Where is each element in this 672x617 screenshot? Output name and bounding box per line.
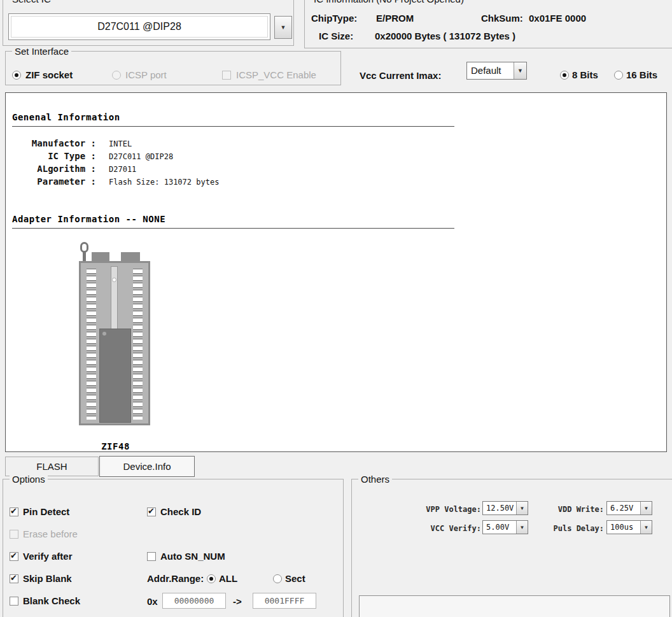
dropdown-arrow-icon: ▼ — [644, 525, 649, 530]
dropdown-arrow-icon: ▼ — [644, 506, 649, 511]
dropdown-arrow-icon: ▼ — [517, 67, 523, 74]
vcc-current-imax-value: Default — [467, 62, 514, 79]
pin-detect-checkbox[interactable] — [10, 507, 18, 516]
icsp-vcc-enable-checkbox-label: ICSP_VCC Enable — [236, 69, 316, 80]
socket-pin-column-left — [87, 269, 96, 420]
hex-prefix-label: 0x — [147, 596, 158, 607]
row-label: Parameter : — [12, 176, 96, 187]
addr-start-input[interactable] — [162, 593, 226, 609]
skip-blank-checkbox-label[interactable]: Skip Blank — [23, 573, 72, 584]
tab-device-info[interactable]: Device.Info — [99, 456, 195, 477]
row-value: D27C011 @DIP28 — [109, 152, 173, 161]
vdd-write-label: VDD Write: — [511, 505, 604, 514]
erase-before-checkbox-label: Erase before — [23, 528, 78, 539]
row-label: IC Type : — [12, 151, 96, 161]
vcc-current-imax-select[interactable]: Default ▼ — [466, 62, 527, 80]
addr-end-input[interactable] — [253, 593, 316, 609]
general-information-header: Genenal Information — [12, 112, 120, 122]
socket-type-label: ZIF48 — [73, 441, 158, 451]
row-value: INTEL — [109, 139, 132, 148]
puls-delay-label: Puls Delay: — [511, 524, 604, 533]
auto-sn-num-checkbox[interactable] — [147, 552, 156, 561]
header-divider — [12, 228, 454, 229]
addr-range-all-radio-label[interactable]: ALL — [219, 573, 237, 584]
socket-channel-notch — [112, 278, 116, 282]
select-ic-group: Select IC D27C011 @DIP28 ▼ — [3, 0, 294, 46]
vcc-verify-label: VCC Verify: — [384, 524, 481, 533]
ic-information-group: IC Information (No Project Opened) ChipT… — [304, 0, 672, 48]
others-group: Others VPP Voltage: 12.50V ▼ VDD Write: … — [351, 479, 672, 617]
8-bits-radio-label[interactable]: 8 Bits — [572, 69, 598, 80]
row-label: Manufactor : — [12, 138, 96, 148]
check-id-checkbox[interactable] — [147, 507, 156, 516]
device-info-row: ALgorithm :D27011 — [12, 163, 219, 176]
16-bits-radio[interactable] — [614, 71, 623, 80]
dropdown-arrow-icon: ▼ — [281, 24, 286, 31]
puls-delay-select[interactable]: 100us ▼ — [606, 520, 652, 534]
options-group: Options Pin Detect Check ID Erase before… — [3, 479, 344, 617]
select-ic-dropdown-button[interactable]: ▼ — [274, 16, 292, 39]
puls-delay-value: 100us — [607, 521, 640, 534]
puls-delay-dropdown-button[interactable]: ▼ — [640, 521, 652, 534]
ic-size-label: IC Size: — [319, 31, 353, 41]
vcc-current-imax-label: Vcc Current Imax: — [360, 70, 441, 81]
icsp-vcc-enable-checkbox — [222, 71, 231, 80]
select-ic-combobox[interactable]: D27C011 @DIP28 — [8, 13, 270, 40]
socket-pin-column-right — [133, 269, 143, 420]
set-interface-group-title: Set Interface — [12, 46, 71, 57]
device-info-row: Manufactor :INTEL — [12, 138, 219, 150]
header-divider — [12, 126, 454, 127]
icsp-port-radio — [112, 71, 121, 80]
adapter-information-header: Adapter Information -- NONE — [12, 214, 165, 224]
device-info-panel: Genenal Information Manufactor :INTEL IC… — [5, 92, 667, 452]
set-interface-group: Set Interface ZIF socket ICSP port ICSP_… — [5, 51, 341, 85]
addr-range-sect-radio[interactable] — [273, 574, 282, 583]
row-label: ALgorithm : — [12, 164, 96, 174]
select-ic-value: D27C011 @DIP28 — [11, 16, 268, 38]
ic-information-group-title: IC Information (No Project Opened) — [311, 0, 466, 4]
device-info-rows: Manufactor :INTEL IC Type :D27C011 @DIP2… — [12, 138, 219, 188]
vdd-write-value: 6.25V — [607, 502, 640, 514]
others-status-box — [359, 595, 670, 617]
chksum-label: ChkSum: — [481, 13, 523, 24]
zif-socket-radio-label[interactable]: ZIF socket — [25, 69, 73, 80]
vcc-current-imax-dropdown-button[interactable]: ▼ — [514, 62, 526, 79]
blank-check-checkbox-label[interactable]: Blank Check — [23, 595, 80, 606]
chip-type-value: E/PROM — [376, 13, 414, 24]
inserted-chip-graphic — [99, 329, 131, 423]
icsp-port-radio-label: ICSP port — [125, 69, 167, 80]
8-bits-radio[interactable] — [560, 71, 569, 80]
vpp-voltage-label: VPP Voltage: — [384, 505, 481, 514]
device-info-row: Parameter :Flash Size: 131072 bytes — [12, 176, 219, 188]
ic-size-value: 0x20000 Bytes ( 131072 Bytes ) — [375, 31, 515, 41]
socket-center-channel — [111, 266, 118, 332]
pin-detect-checkbox-label[interactable]: Pin Detect — [23, 506, 69, 517]
erase-before-checkbox — [10, 530, 18, 539]
verify-after-checkbox[interactable] — [10, 552, 18, 561]
16-bits-radio-label[interactable]: 16 Bits — [626, 69, 657, 80]
device-info-row: IC Type :D27C011 @DIP28 — [12, 150, 219, 163]
verify-after-checkbox-label[interactable]: Verify after — [23, 551, 73, 562]
zif-socket-radio[interactable] — [12, 71, 21, 80]
skip-blank-checkbox[interactable] — [10, 574, 18, 583]
addr-arrow-label: -> — [233, 596, 242, 607]
check-id-checkbox-label[interactable]: Check ID — [160, 506, 201, 517]
zif-socket-graphic — [73, 241, 158, 438]
vdd-write-select[interactable]: 6.25V ▼ — [606, 501, 652, 515]
row-value: D27011 — [109, 165, 136, 174]
addr-range-label: Addr.Range: — [147, 573, 204, 584]
select-ic-group-title: Select IC — [10, 0, 53, 4]
chksum-value: 0x01FE 0000 — [529, 13, 586, 24]
chip-pin1-notch — [102, 332, 106, 336]
addr-range-sect-radio-label[interactable]: Sect — [285, 573, 305, 584]
options-group-title: Options — [10, 474, 48, 485]
chip-type-label: ChipType: — [311, 13, 357, 24]
auto-sn-num-checkbox-label[interactable]: Auto SN_NUM — [160, 551, 225, 562]
row-value: Flash Size: 131072 bytes — [109, 178, 219, 187]
blank-check-checkbox[interactable] — [10, 597, 18, 606]
programmer-app-window: Select IC D27C011 @DIP28 ▼ IC Informatio… — [0, 0, 672, 617]
vdd-write-dropdown-button[interactable]: ▼ — [640, 502, 652, 514]
others-group-title: Others — [358, 474, 392, 485]
addr-range-all-radio[interactable] — [207, 574, 216, 583]
